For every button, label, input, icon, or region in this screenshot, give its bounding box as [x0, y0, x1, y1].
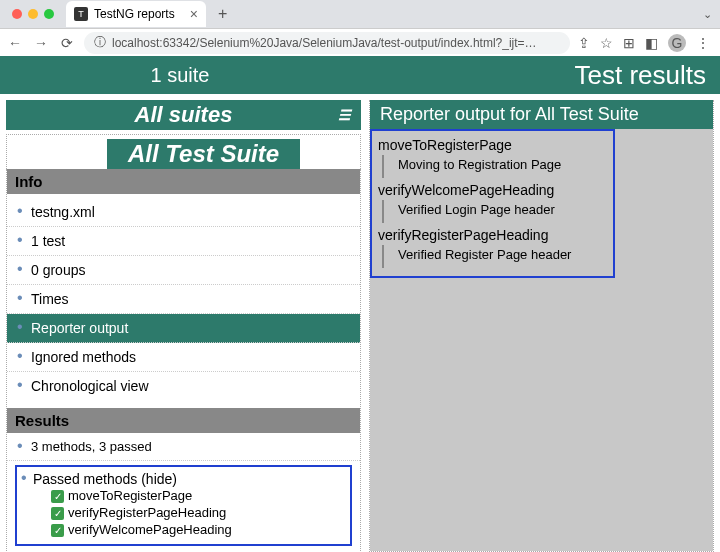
method-label: verifyRegisterPageHeading — [68, 505, 226, 520]
favicon-icon: T — [74, 7, 88, 21]
url-field[interactable]: ⓘ localhost:63342/Selenium%20Java/Seleni… — [84, 32, 570, 54]
window-minimize[interactable] — [28, 9, 38, 19]
forward-icon[interactable]: → — [32, 35, 50, 51]
info-item-reporter[interactable]: Reporter output — [7, 314, 360, 343]
all-suites-label: All suites — [135, 100, 233, 130]
hide-toggle[interactable]: (hide) — [141, 471, 177, 487]
suite-banner-wrap: All Test Suite — [6, 134, 361, 169]
passed-methods-box: Passed methods (hide) ✓moveToRegisterPag… — [15, 465, 352, 546]
all-suites-banner[interactable]: All suites ☰ — [6, 100, 361, 130]
output-method: moveToRegisterPage — [378, 135, 607, 155]
info-item-times[interactable]: Times — [7, 285, 360, 314]
passed-label: Passed methods — [33, 471, 137, 487]
suite-count: 1 suite — [0, 64, 360, 87]
check-icon: ✓ — [51, 507, 64, 520]
output-message: Verified Register Page header — [382, 245, 607, 268]
tab-bar: T TestNG reports × + ⌄ — [0, 0, 720, 28]
reporter-output-body: moveToRegisterPage Moving to Registratio… — [370, 129, 713, 551]
method-label: moveToRegisterPage — [68, 488, 192, 503]
traffic-lights — [6, 9, 60, 19]
check-icon: ✓ — [51, 524, 64, 537]
info-item-testng[interactable]: testng.xml — [7, 198, 360, 227]
output-message: Moving to Registration Page — [382, 155, 607, 178]
bookmark-icon[interactable]: ☆ — [600, 35, 613, 51]
info-header: Info — [7, 169, 360, 194]
left-panel: Info testng.xml 1 test 0 groups Times Re… — [6, 169, 361, 552]
extensions-icon[interactable]: ⊞ — [623, 35, 635, 51]
passed-method-list: ✓moveToRegisterPage ✓verifyRegisterPageH… — [33, 487, 344, 538]
reporter-output-box: moveToRegisterPage Moving to Registratio… — [370, 129, 615, 278]
method-label: verifyWelcomePageHeading — [68, 522, 232, 537]
profile-avatar[interactable]: G — [668, 34, 686, 52]
passed-method[interactable]: ✓verifyWelcomePageHeading — [51, 521, 344, 538]
reporter-output-header: Reporter output for All Test Suite — [370, 100, 713, 129]
info-item-tests[interactable]: 1 test — [7, 227, 360, 256]
output-method: verifyWelcomePageHeading — [378, 180, 607, 200]
address-bar: ← → ⟳ ⓘ localhost:63342/Selenium%20Java/… — [0, 28, 720, 56]
output-message: Verified Login Page header — [382, 200, 607, 223]
back-icon[interactable]: ← — [6, 35, 24, 51]
browser-tab[interactable]: T TestNG reports × — [66, 1, 206, 27]
info-item-groups[interactable]: 0 groups — [7, 256, 360, 285]
reload-icon[interactable]: ⟳ — [58, 35, 76, 51]
share-icon[interactable]: ⇪ — [578, 35, 590, 51]
url-text: localhost:63342/Selenium%20Java/Selenium… — [112, 36, 542, 50]
tab-title: TestNG reports — [94, 7, 175, 21]
browser-chrome: T TestNG reports × + ⌄ ← → ⟳ ⓘ localhost… — [0, 0, 720, 56]
info-list: testng.xml 1 test 0 groups Times Reporte… — [7, 194, 360, 408]
page-title: Test results — [360, 60, 720, 91]
results-header: Results — [7, 408, 360, 433]
chevron-down-icon[interactable]: ⌄ — [703, 8, 712, 21]
sidepanel-icon[interactable]: ◧ — [645, 35, 658, 51]
window-maximize[interactable] — [44, 9, 54, 19]
site-info-icon[interactable]: ⓘ — [94, 34, 106, 51]
info-item-ignored[interactable]: Ignored methods — [7, 343, 360, 372]
new-tab-button[interactable]: + — [212, 5, 233, 23]
passed-header: Passed methods (hide) — [33, 471, 344, 487]
window-close[interactable] — [12, 9, 22, 19]
left-column: All suites ☰ All Test Suite Info testng.… — [6, 100, 361, 552]
close-icon[interactable]: × — [190, 6, 198, 22]
suite-banner[interactable]: All Test Suite — [107, 139, 300, 169]
right-column: Reporter output for All Test Suite moveT… — [369, 100, 714, 552]
list-icon[interactable]: ☰ — [338, 100, 351, 130]
passed-method[interactable]: ✓verifyRegisterPageHeading — [51, 504, 344, 521]
toolbar-right: ⇪ ☆ ⊞ ◧ G ⋮ — [578, 34, 714, 52]
content: All suites ☰ All Test Suite Info testng.… — [0, 94, 720, 552]
passed-method[interactable]: ✓moveToRegisterPage — [51, 487, 344, 504]
report-header: 1 suite Test results — [0, 56, 720, 94]
info-item-chrono[interactable]: Chronological view — [7, 372, 360, 400]
menu-icon[interactable]: ⋮ — [696, 35, 710, 51]
results-summary: 3 methods, 3 passed — [7, 433, 360, 461]
output-method: verifyRegisterPageHeading — [378, 225, 607, 245]
check-icon: ✓ — [51, 490, 64, 503]
